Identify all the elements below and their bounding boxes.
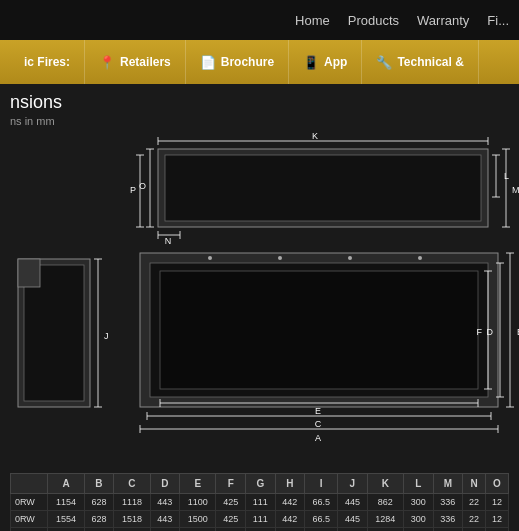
svg-text:M: M: [512, 185, 519, 195]
row-cell: 628: [84, 494, 114, 511]
row-cell: 2004: [48, 528, 84, 532]
app-label: App: [324, 55, 347, 69]
nav-files[interactable]: Fi...: [487, 13, 509, 28]
diagram-area: K O P N L M: [10, 131, 519, 471]
row-label: 0RW: [11, 511, 48, 528]
row-cell: 442: [275, 528, 305, 532]
svg-text:K: K: [312, 131, 318, 141]
col-header-label: [11, 474, 48, 494]
row-cell: 442: [275, 511, 305, 528]
row-cell: 1518: [114, 511, 150, 528]
row-label: 0RW: [11, 494, 48, 511]
row-cell: 66.5: [305, 528, 338, 532]
table-row: 0RW20046281968443195042511144266.5445176…: [11, 528, 509, 532]
col-header-f: F: [216, 474, 246, 494]
col-header-g: G: [246, 474, 276, 494]
col-header-a: A: [48, 474, 84, 494]
row-cell: 12: [485, 494, 508, 511]
svg-point-60: [208, 256, 212, 260]
row-cell: 1118: [114, 494, 150, 511]
dimensions-diagram: K O P N L M: [10, 131, 519, 461]
row-cell: 66.5: [305, 494, 338, 511]
row-cell: 336: [433, 528, 463, 532]
row-cell: 1554: [48, 511, 84, 528]
fires-text: ic Fires:: [24, 55, 70, 69]
app-item[interactable]: 📱 App: [289, 40, 362, 84]
row-cell: 1968: [114, 528, 150, 532]
row-cell: 12: [485, 528, 508, 532]
row-cell: 1284: [367, 511, 403, 528]
svg-text:L: L: [504, 171, 509, 181]
nav-warranty[interactable]: Warranty: [417, 13, 469, 28]
row-cell: 22: [463, 511, 486, 528]
svg-text:A: A: [315, 433, 321, 443]
row-cell: 443: [150, 511, 180, 528]
col-header-o: O: [485, 474, 508, 494]
col-header-l: L: [403, 474, 433, 494]
row-cell: 66.5: [305, 511, 338, 528]
col-header-e: E: [180, 474, 216, 494]
row-cell: 22: [463, 494, 486, 511]
nav-products[interactable]: Products: [348, 13, 399, 28]
retailers-item[interactable]: 📍 Retailers: [85, 40, 186, 84]
svg-text:P: P: [130, 185, 136, 195]
nav-home[interactable]: Home: [295, 13, 330, 28]
row-cell: 425: [216, 511, 246, 528]
svg-point-62: [348, 256, 352, 260]
col-header-k: K: [367, 474, 403, 494]
retailers-label: Retailers: [120, 55, 171, 69]
row-cell: 628: [84, 511, 114, 528]
row-cell: 111: [246, 528, 276, 532]
brochure-label: Brochure: [221, 55, 274, 69]
row-cell: 442: [275, 494, 305, 511]
col-header-n: N: [463, 474, 486, 494]
row-cell: 300: [403, 528, 433, 532]
row-cell: 300: [403, 494, 433, 511]
svg-text:D: D: [487, 327, 494, 337]
top-nav: Home Products Warranty Fi...: [0, 0, 519, 40]
col-header-m: M: [433, 474, 463, 494]
page-title: nsions: [10, 92, 509, 113]
brochure-item[interactable]: 📄 Brochure: [186, 40, 289, 84]
row-cell: 12: [485, 511, 508, 528]
svg-rect-1: [165, 155, 481, 221]
row-cell: 425: [216, 528, 246, 532]
fires-label: ic Fires:: [10, 40, 85, 84]
table-row: 0RW11546281118443110042511144266.5445862…: [11, 494, 509, 511]
svg-point-61: [278, 256, 282, 260]
dimensions-table: A B C D E F G H I J K L M N O 0RW1154628…: [10, 473, 509, 531]
table-row: 0RW15546281518443150042511144266.5445128…: [11, 511, 509, 528]
row-cell: 1950: [180, 528, 216, 532]
brochure-icon: 📄: [200, 55, 216, 70]
svg-rect-35: [160, 271, 478, 389]
row-cell: 22: [463, 528, 486, 532]
row-cell: 1154: [48, 494, 84, 511]
col-header-j: J: [338, 474, 368, 494]
svg-text:C: C: [315, 419, 322, 429]
main-content: nsions ns in mm K O P: [0, 84, 519, 531]
row-cell: 1100: [180, 494, 216, 511]
row-cell: 336: [433, 511, 463, 528]
svg-rect-28: [18, 259, 40, 287]
row-cell: 445: [338, 511, 368, 528]
svg-text:E: E: [315, 406, 321, 416]
row-cell: 111: [246, 511, 276, 528]
col-header-h: H: [275, 474, 305, 494]
row-cell: 1764: [367, 528, 403, 532]
row-cell: 1500: [180, 511, 216, 528]
technical-icon: 🔧: [376, 55, 392, 70]
page-subtitle: ns in mm: [10, 115, 509, 127]
col-header-b: B: [84, 474, 114, 494]
row-cell: 111: [246, 494, 276, 511]
row-cell: 300: [403, 511, 433, 528]
svg-text:J: J: [104, 331, 109, 341]
app-icon: 📱: [303, 55, 319, 70]
svg-text:N: N: [165, 236, 172, 246]
row-cell: 443: [150, 494, 180, 511]
svg-text:F: F: [477, 327, 483, 337]
col-header-d: D: [150, 474, 180, 494]
col-header-i: I: [305, 474, 338, 494]
row-label: 0RW: [11, 528, 48, 532]
technical-item[interactable]: 🔧 Technical &: [362, 40, 478, 84]
col-header-c: C: [114, 474, 150, 494]
